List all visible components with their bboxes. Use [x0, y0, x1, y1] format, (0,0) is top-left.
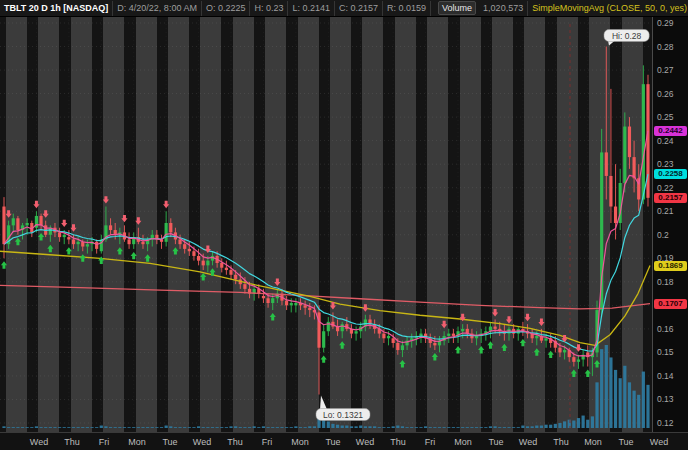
candle-body — [285, 301, 288, 306]
volume-bar — [280, 427, 283, 428]
volume-bar — [563, 421, 566, 428]
candle-body — [447, 334, 450, 336]
sell-arrow-icon — [524, 314, 530, 321]
volume-study[interactable]: Volume — [431, 1, 479, 16]
buy-arrow-icon — [520, 339, 526, 346]
volume-study-label[interactable]: Volume — [438, 1, 476, 15]
volume-bar — [253, 426, 256, 428]
buy-arrow-icon — [131, 252, 137, 259]
volume-bar — [489, 426, 492, 428]
volume-bar — [104, 426, 107, 428]
candle-body — [382, 334, 385, 339]
volume-bar — [53, 427, 56, 428]
volume-bar — [646, 385, 649, 428]
volume-bar — [549, 425, 552, 428]
buy-arrow-icon — [399, 360, 405, 367]
volume-bar — [313, 426, 316, 428]
volume-bar — [355, 426, 358, 428]
day-label: Wed — [650, 437, 668, 447]
volume-bar — [535, 426, 538, 428]
candle-body — [109, 225, 112, 230]
candle-body — [202, 261, 205, 266]
candle-body — [614, 207, 617, 223]
volume-bar — [299, 427, 302, 428]
volume-bar — [526, 426, 529, 428]
candle-body — [192, 251, 195, 256]
volume-bar — [188, 427, 191, 428]
price-tag: 0.2442 — [654, 126, 687, 136]
volume-bar — [586, 420, 589, 428]
volume-bar — [35, 426, 38, 428]
price-tick-label: 0.14 — [657, 371, 674, 381]
sma50-study-label[interactable]: SimpleMovingAvg (CLOSE, 50, 0, yes) — [528, 1, 688, 16]
price-tick-label: 0.27 — [657, 65, 674, 75]
symbol-label[interactable]: TBLT 20 D 1h [NASDAQ] — [0, 1, 113, 16]
price-axis[interactable]: 0.290.280.270.260.250.240.230.220.210.20… — [652, 16, 688, 432]
sell-arrow-icon — [362, 304, 368, 311]
sell-arrow-icon — [441, 321, 447, 328]
volume-bar — [169, 426, 172, 428]
volume-bar — [160, 427, 163, 428]
sell-arrow-icon — [506, 316, 512, 323]
candle-body — [396, 343, 399, 350]
ohlc-field: C: 0.2157 — [335, 1, 383, 16]
buy-arrow-icon — [594, 360, 600, 367]
price-tick-label: 0.29 — [657, 18, 674, 28]
sell-arrow-icon — [43, 210, 49, 217]
candle-body — [72, 239, 75, 244]
day-label: Wed — [519, 437, 537, 447]
buy-arrow-icon — [47, 245, 53, 252]
buy-arrow-icon — [339, 341, 345, 348]
candle-body — [419, 334, 422, 336]
volume-bar — [623, 366, 626, 428]
chart-plot: Hi: 0.28Lo: 0.1321 — [0, 16, 652, 432]
volume-bar — [271, 427, 274, 428]
chart-header: TBLT 20 D 1h [NASDAQ] D: 4/20/22, 8:00 A… — [0, 0, 688, 17]
volume-bar — [308, 426, 311, 428]
volume-bar — [30, 427, 33, 428]
price-chart-canvas[interactable]: Hi: 0.28Lo: 0.1321 — [0, 16, 652, 432]
candle-body — [461, 329, 464, 331]
volume-bar — [178, 427, 181, 428]
price-tick-label: 0.24 — [657, 136, 674, 146]
candle-body — [341, 324, 344, 331]
volume-bar — [229, 426, 232, 428]
fast-ema-line — [4, 131, 648, 356]
buy-arrow-icon — [172, 247, 178, 254]
volume-bar — [424, 426, 427, 428]
candle-body — [475, 336, 478, 338]
candle-body — [141, 242, 144, 244]
volume-bar — [86, 427, 89, 428]
volume-bar — [206, 427, 209, 428]
candle-body — [544, 338, 547, 340]
candle-body — [304, 305, 307, 307]
day-label: Wed — [193, 437, 211, 447]
volume-bar — [387, 427, 390, 428]
low-annotation-pointer — [320, 396, 327, 410]
volume-bar — [373, 426, 376, 428]
buy-arrow-icon — [487, 341, 493, 348]
time-axis[interactable]: WedThuFriMonTueWedThuFriMonTueWedThuFriM… — [0, 432, 688, 450]
candle-body — [452, 334, 455, 336]
candle-body — [77, 242, 80, 244]
ohlc-field: D: 4/20/22, 8:00 AM — [113, 1, 202, 16]
candle-body — [26, 223, 29, 225]
volume-bar — [234, 426, 237, 428]
volume-bar — [461, 427, 464, 428]
volume-bar — [262, 426, 265, 428]
volume-bar — [304, 427, 307, 428]
volume-bar — [81, 427, 84, 428]
candle-body — [225, 268, 228, 270]
candle-body — [628, 127, 631, 158]
candle-body — [632, 157, 635, 178]
volume-bar — [438, 427, 441, 428]
sell-arrow-icon — [61, 220, 67, 227]
buy-arrow-icon — [478, 346, 484, 353]
volume-bar — [517, 427, 520, 428]
buy-arrow-icon — [200, 273, 206, 280]
volume-bar — [605, 345, 608, 428]
volume-bar — [211, 427, 214, 428]
candle-body — [401, 345, 404, 350]
volume-bar — [95, 427, 98, 428]
volume-bar — [595, 382, 598, 428]
